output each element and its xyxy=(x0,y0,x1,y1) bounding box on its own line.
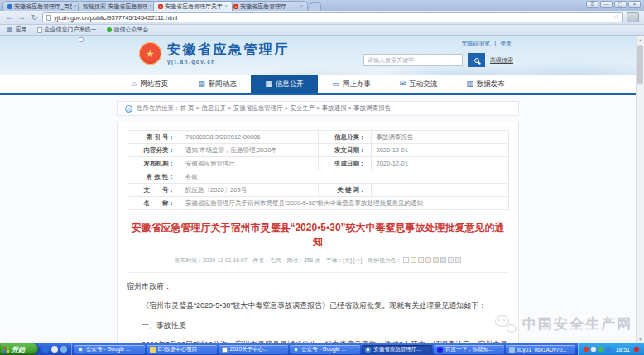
task-label: 2020关于中心... xyxy=(230,346,268,353)
taskbar-clock[interactable]: 18:51 xyxy=(613,347,632,353)
document-meta-table: 索 引 号： 76080338-3/202012-00006 信息分类： 事故调… xyxy=(127,130,509,210)
browser-menu-button[interactable] xyxy=(627,12,639,22)
screen: 安徽省应急管理厅_百度搜 × 智能搜索-安徽省应急管理 × ★ 安徽省应急管理厅… xyxy=(0,0,644,355)
vertical-scrollbar[interactable]: ▲ ▼ xyxy=(636,36,644,343)
meta-label: 索 引 号： xyxy=(127,131,180,144)
publish-time: 发布时间：2020-12-01 16:07 xyxy=(175,257,248,265)
meta-label: 关 键 词： xyxy=(318,184,371,197)
tray-app-icon[interactable] xyxy=(598,347,603,352)
apps-grid-icon: ▦ xyxy=(7,26,13,33)
meta-value: 2020-12-01 xyxy=(371,144,509,157)
nav-item-interaction[interactable]: ✉ 互动交流 xyxy=(385,75,452,93)
accessibility-link[interactable]: 无障碍浏览 xyxy=(461,40,490,48)
breadcrumb-text[interactable]: 您所在的位置：首 页 > 信息公开 > 安徽省应急管理厅 > 安全生产 > 事故… xyxy=(137,104,391,113)
color-swatch[interactable] xyxy=(433,257,439,263)
site-search-row: 高级搜索 xyxy=(363,53,513,67)
nav-label: 新闻动态 xyxy=(209,79,237,89)
task-label: 公众号 - Google ... xyxy=(301,346,345,353)
font-smaller-button[interactable]: [小] xyxy=(353,257,363,263)
font-bigger-button[interactable]: [大] xyxy=(343,257,352,263)
eye-protect-label: 保护视力色： xyxy=(368,257,401,265)
scrollbar-thumb[interactable] xyxy=(637,45,643,84)
color-swatch[interactable] xyxy=(440,257,446,263)
nav-item-online-services[interactable]: ▭ 网上办事 xyxy=(318,75,385,93)
reload-button-icon[interactable]: ↻ xyxy=(30,13,39,22)
page-main: ◎ 您所在的位置：首 页 > 信息公开 > 安徽省应急管理厅 > 安全生产 > … xyxy=(0,95,636,343)
chrome-icon xyxy=(78,347,84,353)
login-link[interactable]: 登录 xyxy=(500,40,512,48)
url-text[interactable]: yjt.ah.gov.cn/public/9377745/145422111.h… xyxy=(54,14,611,22)
meta-value: 有效 xyxy=(180,170,509,184)
scroll-up-arrow-icon[interactable]: ▲ xyxy=(637,36,644,44)
quick-launch-ie-icon[interactable] xyxy=(42,346,49,353)
scroll-down-arrow-icon[interactable]: ▼ xyxy=(637,335,644,343)
wechat-icon xyxy=(495,315,517,333)
meta-value: 事故调查报告 xyxy=(371,131,509,144)
tab-close-icon[interactable]: × xyxy=(224,3,228,9)
bookmark-page-icon xyxy=(37,27,42,33)
quick-launch-bar xyxy=(38,343,72,355)
window-close-button[interactable]: × xyxy=(628,1,641,8)
color-swatch[interactable] xyxy=(418,257,424,263)
color-swatch[interactable] xyxy=(411,257,416,263)
back-button-icon[interactable]: ← xyxy=(5,13,14,22)
task-button-1[interactable]: 公众号 - Google ... xyxy=(74,345,145,354)
search-button[interactable] xyxy=(468,53,485,67)
task-label: 安徽省应急管理厅... xyxy=(373,346,421,353)
quick-launch-browser-icon[interactable] xyxy=(60,346,67,353)
browser-tab-3-active[interactable]: ★ 安徽省应急管理厅关于宿 × xyxy=(153,1,233,11)
window-menu-button[interactable]: ≡ xyxy=(586,1,598,8)
tray-volume-icon[interactable] xyxy=(591,347,596,352)
advanced-search-link[interactable]: 高级搜索 xyxy=(490,56,513,65)
section-heading-1: 一、事故性质 xyxy=(127,319,509,333)
news-icon: ▤ xyxy=(198,80,205,88)
nav-item-info-disclosure[interactable]: ▦ 信息公开 xyxy=(251,75,318,93)
tray-alert-icon[interactable] xyxy=(634,347,639,352)
browser-tab-4[interactable]: ★ 安徽省应急管理厅 × xyxy=(228,1,308,11)
nav-label: 网上办事 xyxy=(343,79,371,89)
bookmark-item-2[interactable]: 微信公众平台 xyxy=(107,26,149,34)
color-swatch[interactable] xyxy=(403,257,409,263)
color-swatch[interactable] xyxy=(455,257,461,263)
apps-shortcut[interactable]: ▦ 应用 xyxy=(7,26,27,34)
nav-label: 互动交流 xyxy=(409,79,437,89)
task-button-2[interactable]: D:\数据中心项目 xyxy=(147,345,217,354)
start-button[interactable]: 开始 xyxy=(0,343,38,355)
forward-button-icon[interactable]: → xyxy=(17,13,26,22)
bookmark-item-1[interactable]: 企业信息门户系统一 xyxy=(37,26,97,34)
new-tab-button[interactable] xyxy=(310,2,321,11)
chrome-icon xyxy=(293,347,299,353)
window-minimize-button[interactable]: — xyxy=(600,1,613,8)
wechat-green-dot-icon xyxy=(107,27,112,32)
browser-tab-2[interactable]: 智能搜索-安徽省应急管理 × xyxy=(78,1,157,11)
quick-launch-desktop-icon[interactable] xyxy=(51,346,58,353)
page-favicon-icon xyxy=(79,37,84,42)
task-button-7[interactable]: xLy01_06x1ADv70... xyxy=(506,345,576,354)
interaction-icon: ✉ xyxy=(400,80,406,88)
task-button-5-active[interactable]: 安徽省应急管理厅... xyxy=(362,345,432,354)
nav-item-news[interactable]: ▤ 新闻动态 xyxy=(184,75,251,93)
link-divider: | xyxy=(494,40,496,48)
nav-item-home[interactable]: ⌂ 网站首页 xyxy=(117,75,184,93)
nav-item-data-release[interactable]: ▥ 数据发布 xyxy=(452,75,519,93)
task-button-6[interactable]: 百度一下，你就知... xyxy=(434,345,504,354)
site-logo-row[interactable]: ★ 安徽省应急管理厅 yjt.ah.gov.cn xyxy=(139,42,290,65)
tab-close-icon[interactable]: × xyxy=(149,3,152,9)
browser-tab-1[interactable]: 安徽省应急管理厅_百度搜 × xyxy=(2,1,82,11)
tab-close-icon[interactable]: × xyxy=(300,3,303,9)
read-count: 阅读：358 次 xyxy=(287,257,320,265)
tray-security-icon[interactable] xyxy=(584,347,589,352)
tray-network-icon[interactable] xyxy=(606,347,611,352)
color-swatch[interactable] xyxy=(425,257,431,263)
meta-label: 文 号： xyxy=(127,184,180,197)
window-maximize-button[interactable]: ▢ xyxy=(614,1,627,8)
task-button-4[interactable]: 公众号 - Google ... xyxy=(290,345,360,354)
search-icon xyxy=(474,58,479,63)
search-input[interactable] xyxy=(363,54,463,66)
color-swatch[interactable] xyxy=(448,257,454,263)
meta-label: 发布机构： xyxy=(127,157,180,170)
tab-close-icon[interactable]: × xyxy=(74,3,77,9)
url-input[interactable]: yjt.ah.gov.cn/public/9377745/145422111.h… xyxy=(42,12,623,22)
task-button-3[interactable]: 2020关于中心... xyxy=(219,345,289,354)
bookmark-star-icon[interactable]: ☆ xyxy=(613,14,619,21)
